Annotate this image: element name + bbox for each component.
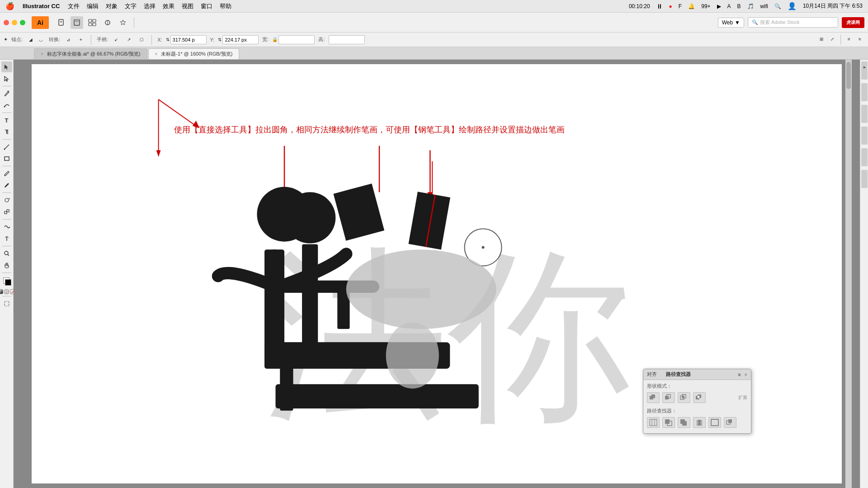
screen-icon[interactable]: F [679, 3, 682, 9]
align-options-btn[interactable]: ≡ [844, 35, 854, 44]
right-panel-btn-2[interactable] [861, 83, 868, 101]
anchor-corner-btn[interactable]: ◢ [26, 35, 35, 44]
y-input[interactable] [222, 35, 259, 44]
save-btn[interactable] [71, 16, 83, 29]
width-tool-btn[interactable] [1, 233, 12, 244]
trim-btn[interactable] [662, 417, 675, 428]
menu-view[interactable]: 视图 [182, 2, 193, 10]
right-panel-btn-5[interactable] [861, 148, 868, 166]
svg-rect-20 [5, 157, 9, 160]
color-selector[interactable] [1, 276, 12, 286]
right-panel-btn-1[interactable]: ▶ [861, 61, 868, 80]
menu-object[interactable]: 对象 [106, 2, 118, 10]
menu-window[interactable]: 窗口 [201, 2, 212, 10]
apple-logo-icon[interactable]: 🍎 [5, 2, 14, 10]
vertical-scrollbar[interactable] [845, 60, 852, 488]
direct-select-tool-btn[interactable] [1, 73, 12, 84]
maximize-window-btn[interactable] [20, 20, 25, 25]
outline-btn[interactable] [708, 417, 721, 428]
anchor-smooth-btn[interactable]: ◡ [36, 35, 45, 44]
right-panel-btn-4[interactable] [861, 127, 868, 145]
menu-text[interactable]: 文字 [125, 2, 137, 10]
menu-help[interactable]: 帮助 [220, 2, 231, 10]
panel-menu-icon[interactable]: ≡ [738, 372, 741, 377]
play-icon[interactable]: ▶ [717, 3, 721, 9]
scrollbar-thumb[interactable] [846, 62, 851, 89]
tab-close-0[interactable]: × [41, 52, 43, 56]
exclude-btn[interactable] [693, 392, 706, 403]
notification-badge: 99+ [701, 3, 710, 9]
x-input[interactable] [170, 35, 207, 44]
svg-rect-8 [93, 23, 96, 26]
caps-lock-icon[interactable]: A [727, 3, 731, 9]
vertical-type-btn[interactable]: T [1, 127, 12, 137]
scale-tool-btn[interactable] [1, 206, 12, 217]
transform-btn-1[interactable]: ⊿ [64, 35, 73, 44]
artboard-tool-btn[interactable] [1, 298, 12, 309]
panel-close-btn[interactable]: × [745, 372, 747, 377]
paintbrush-tool-btn[interactable] [1, 168, 12, 179]
transform-btn-2[interactable]: ⌖ [76, 35, 85, 44]
wifi-icon[interactable]: wifi [760, 3, 768, 9]
minimize-window-btn[interactable] [12, 20, 17, 25]
expand-btn[interactable]: 扩展 [738, 394, 747, 401]
warp-tool-btn[interactable] [1, 221, 12, 232]
merge-btn[interactable] [678, 417, 690, 428]
bluetooth-icon[interactable]: B [737, 3, 741, 9]
warp-options-btn[interactable]: ⤢ [828, 35, 837, 44]
web-dropdown[interactable]: Web ▼ [718, 18, 744, 28]
crop-btn[interactable] [693, 417, 706, 428]
right-panel-btn-6[interactable] [861, 170, 868, 188]
zoom-tool-btn[interactable] [1, 248, 12, 259]
hand-tool-btn[interactable] [1, 260, 12, 271]
rotate-tool-btn[interactable] [1, 195, 12, 206]
pause-icon[interactable]: ⏸ [656, 3, 663, 10]
intersect-btn[interactable] [678, 392, 690, 403]
right-panel-btn-3[interactable] [861, 105, 868, 123]
audio-icon[interactable]: 🎵 [747, 3, 754, 9]
minus-back-btn[interactable] [724, 417, 736, 428]
color-mode-btn[interactable] [0, 289, 3, 294]
rect-tool-btn[interactable] [1, 153, 12, 164]
curvature-tool-btn[interactable] [1, 100, 12, 111]
h-input[interactable] [329, 35, 365, 44]
toolbar-right-icons: ⊞ ⤢ ≡ ≡ [817, 35, 864, 45]
line-tool-btn[interactable] [1, 141, 12, 152]
tab-1[interactable]: × 未标题-1* @ 1600% (RGB/预览) [148, 48, 240, 59]
search-icon[interactable]: 🔍 [774, 3, 781, 9]
arrange-btn[interactable] [86, 16, 99, 29]
unite-btn[interactable] [647, 392, 660, 403]
hand-label: 手柄: [97, 36, 108, 43]
close-window-btn[interactable] [4, 20, 9, 25]
selection-tool-btn[interactable] [1, 61, 12, 72]
canvas-area[interactable]: 使用【直接选择工具】拉出圆角，相同方法继续制作笔画，可使用【钢笔工具】绘制路径并… [14, 60, 860, 488]
star-btn[interactable] [117, 16, 129, 29]
menu-effect[interactable]: 效果 [163, 2, 175, 10]
new-document-btn[interactable] [55, 16, 68, 29]
svg-rect-64 [682, 396, 684, 398]
user-icon[interactable]: 👤 [788, 2, 797, 10]
panel-header-btns: ≡ × [738, 372, 747, 377]
notification-icon[interactable]: 🔔 [688, 3, 695, 9]
type-tool-btn[interactable]: T [1, 115, 12, 126]
align-panel-title[interactable]: 对齐 [647, 371, 657, 378]
minus-front-btn[interactable] [662, 392, 675, 403]
search-box[interactable]: 🔍 搜索 Adobe Stock [748, 17, 838, 28]
menu-edit[interactable]: 编辑 [87, 2, 99, 10]
menu-file[interactable]: 文件 [68, 2, 80, 10]
hand-btn-1[interactable]: ↙ [112, 35, 121, 44]
tab-close-1[interactable]: × [155, 52, 158, 56]
stroke-swatch[interactable] [5, 279, 11, 286]
divide-btn[interactable] [647, 417, 660, 428]
workspace-btn[interactable] [101, 16, 114, 29]
menu-select[interactable]: 选择 [144, 2, 156, 10]
transform-options-btn[interactable]: ⊞ [817, 35, 826, 44]
w-input[interactable] [278, 35, 315, 44]
pathfinder-panel-title[interactable]: 路径查找器 [666, 371, 691, 378]
hand-btn-2[interactable]: ↗ [124, 35, 133, 44]
tab-0[interactable]: × 标志字体全能备.ai* @ 66.67% (RGB/预览) [34, 48, 147, 59]
gradient-mode-btn[interactable]: ◫ [4, 289, 9, 294]
pencil-tool-btn[interactable] [1, 180, 12, 191]
pen-tool-btn[interactable] [1, 88, 12, 99]
more-options-btn[interactable]: ≡ [855, 35, 864, 44]
